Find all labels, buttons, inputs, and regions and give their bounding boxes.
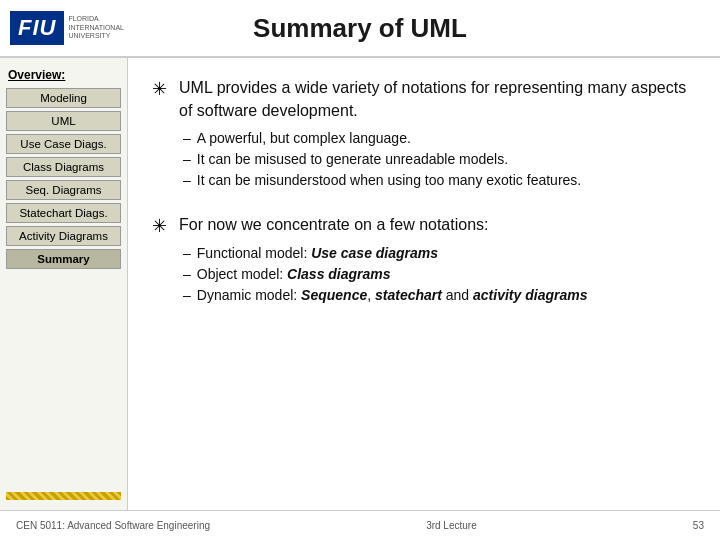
sidebar: Overview: Modeling UML Use Case Diags. C… <box>0 58 128 510</box>
main-content: ✳ UML provides a wide variety of notatio… <box>128 58 720 510</box>
dash-icon: – <box>183 149 191 170</box>
dash-icon: – <box>183 128 191 149</box>
bullet2-main-text: For now we concentrate on a few notation… <box>179 213 696 236</box>
sidebar-item-seq-diagrams[interactable]: Seq. Diagrams <box>6 180 121 200</box>
header: FIU FLORIDA INTERNATIONAL UNIVERSITY Sum… <box>0 0 720 58</box>
dash-icon: – <box>183 170 191 191</box>
list-item: – Functional model: Use case diagrams <box>183 243 696 264</box>
list-item: – It can be misunderstood when using too… <box>183 170 696 191</box>
sub-text: Object model: Class diagrams <box>197 264 696 285</box>
logo-sub: FLORIDA INTERNATIONAL UNIVERSITY <box>68 15 128 40</box>
body-layout: Overview: Modeling UML Use Case Diags. C… <box>0 58 720 510</box>
footer: CEN 5011: Advanced Software Engineering … <box>0 510 720 540</box>
sidebar-item-uml[interactable]: UML <box>6 111 121 131</box>
list-item: – It can be misused to generate unreadab… <box>183 149 696 170</box>
list-item: – Object model: Class diagrams <box>183 264 696 285</box>
dash-icon: – <box>183 264 191 285</box>
bullet-content-1: UML provides a wide variety of notations… <box>179 76 696 191</box>
bullet-section-2: ✳ For now we concentrate on a few notati… <box>152 213 696 305</box>
bullet-symbol-2: ✳ <box>152 215 167 237</box>
sidebar-item-summary[interactable]: Summary <box>6 249 121 269</box>
footer-course: CEN 5011: Advanced Software Engineering <box>16 520 210 531</box>
sidebar-item-modeling[interactable]: Modeling <box>6 88 121 108</box>
list-item: – Dynamic model: Sequence, statechart an… <box>183 285 696 306</box>
sub-text: Dynamic model: Sequence, statechart and … <box>197 285 696 306</box>
sub-text: It can be misunderstood when using too m… <box>197 170 696 191</box>
sidebar-item-use-case-diags[interactable]: Use Case Diags. <box>6 134 121 154</box>
bullet-section-1: ✳ UML provides a wide variety of notatio… <box>152 76 696 191</box>
sub-text: A powerful, but complex language. <box>197 128 696 149</box>
bullet-content-2: For now we concentrate on a few notation… <box>179 213 696 305</box>
sidebar-item-statechart-diags[interactable]: Statechart Diags. <box>6 203 121 223</box>
list-item: – A powerful, but complex language. <box>183 128 696 149</box>
bullet1-main-text: UML provides a wide variety of notations… <box>179 76 696 122</box>
sub-text: It can be misused to generate unreadable… <box>197 149 696 170</box>
page-title: Summary of UML <box>253 13 467 44</box>
sidebar-item-activity-diagrams[interactable]: Activity Diagrams <box>6 226 121 246</box>
bullet2-sub-list: – Functional model: Use case diagrams – … <box>183 243 696 306</box>
sidebar-overview-label: Overview: <box>6 68 121 82</box>
bullet1-sub-list: – A powerful, but complex language. – It… <box>183 128 696 191</box>
logo: FIU FLORIDA INTERNATIONAL UNIVERSITY <box>10 11 128 45</box>
bullet-symbol-1: ✳ <box>152 78 167 100</box>
sidebar-item-class-diagrams[interactable]: Class Diagrams <box>6 157 121 177</box>
footer-page: 53 <box>693 520 704 531</box>
logo-text: FIU <box>10 11 64 45</box>
dash-icon: – <box>183 285 191 306</box>
sidebar-stripe-decoration <box>6 492 121 500</box>
footer-lecture: 3rd Lecture <box>426 520 477 531</box>
sub-text: Functional model: Use case diagrams <box>197 243 696 264</box>
dash-icon: – <box>183 243 191 264</box>
